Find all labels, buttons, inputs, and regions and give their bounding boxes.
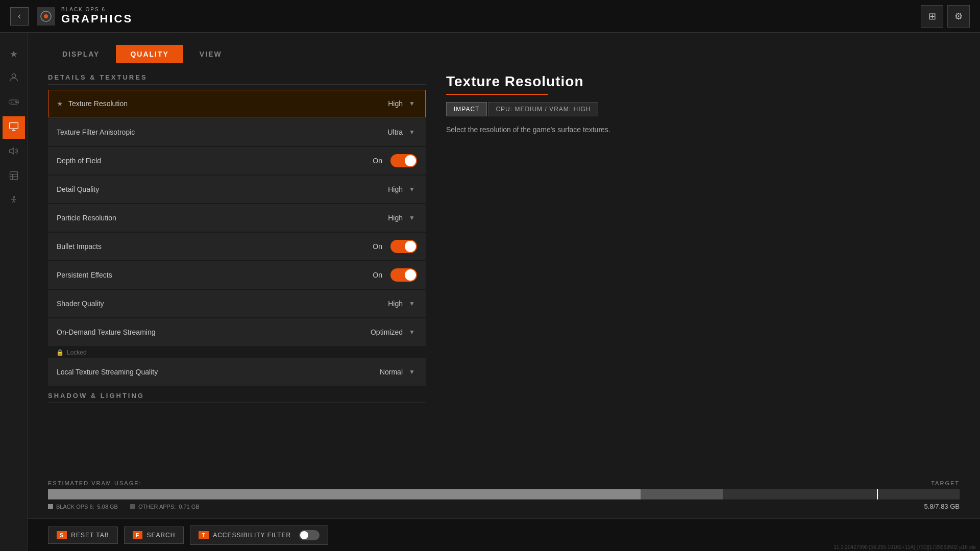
bullet-impacts-toggle[interactable] xyxy=(390,240,417,253)
setting-row-bullet-impacts[interactable]: Bullet Impacts On xyxy=(48,233,426,260)
section-shadow-lighting: SHADOW & LIGHTING xyxy=(48,392,426,403)
local-streaming-current: Normal xyxy=(380,368,403,376)
info-tabs: IMPACT CPU: MEDIUM / VRAM: HIGH xyxy=(446,102,960,116)
svg-point-16 xyxy=(13,196,14,197)
shader-quality-label: Shader Quality xyxy=(57,299,284,308)
setting-row-texture-filter[interactable]: Texture Filter Anisotropic Ultra ▼ xyxy=(48,118,426,146)
vram-label-row: ESTIMATED VRAM USAGE: TARGET xyxy=(48,480,960,486)
setting-row-texture-resolution[interactable]: ★ Texture Resolution High ▼ xyxy=(48,90,426,117)
settings-panel: DETAILS & TEXTURES ★ Texture Resolution … xyxy=(48,73,426,551)
vram-section: ESTIMATED VRAM USAGE: TARGET BLACK OPS 6… xyxy=(28,480,980,510)
detail-quality-current: High xyxy=(388,185,403,193)
svg-rect-12 xyxy=(10,171,17,179)
vram-target-line xyxy=(877,489,878,499)
chevron-down-icon: ▼ xyxy=(407,98,417,109)
sidebar-item-accessibility[interactable] xyxy=(3,190,25,212)
accessibility-filter-toggle[interactable]: T ACCESSIBILITY FILTER xyxy=(190,525,328,545)
info-tab-impact[interactable]: IMPACT xyxy=(446,102,487,116)
search-label: SEARCH xyxy=(146,532,175,539)
tab-display[interactable]: DISPLAY xyxy=(48,45,114,63)
vram-dot-bo6 xyxy=(48,504,53,509)
on-demand-streaming-current: Optimized xyxy=(371,328,403,336)
vram-legend-other: OTHER APPS: 0.71 GB xyxy=(130,504,200,510)
particle-resolution-current: High xyxy=(388,214,403,222)
tab-quality[interactable]: QUALITY xyxy=(116,45,183,63)
accessibility-toggle-switch[interactable] xyxy=(299,530,320,540)
main-content: DISPLAY QUALITY VIEW DETAILS & TEXTURES … xyxy=(28,33,980,551)
search-button[interactable]: F SEARCH xyxy=(124,527,184,544)
texture-resolution-label: ★ Texture Resolution xyxy=(57,99,284,108)
grid-icon-button[interactable]: ⊞ xyxy=(921,5,943,28)
on-demand-streaming-value[interactable]: Optimized ▼ xyxy=(284,327,417,337)
depth-of-field-value[interactable]: On xyxy=(284,154,417,167)
logo-icon xyxy=(37,7,55,26)
info-description: Select the resolution of the game's surf… xyxy=(446,124,691,135)
tabs-bar: DISPLAY QUALITY VIEW xyxy=(28,33,980,63)
tab-view[interactable]: VIEW xyxy=(185,45,236,63)
vram-bo6-value: 5.08 GB xyxy=(97,504,118,510)
logo: BLACK OPS 6 GRAPHICS xyxy=(37,7,133,26)
texture-filter-current: Ultra xyxy=(387,128,403,136)
graphics-icon xyxy=(9,121,19,134)
vram-estimated-label: ESTIMATED VRAM USAGE: xyxy=(48,480,142,486)
setting-row-local-streaming[interactable]: Local Texture Streaming Quality Normal ▼ xyxy=(48,358,426,386)
persistent-effects-toggle-label: On xyxy=(373,271,382,279)
sidebar-item-interface[interactable] xyxy=(3,165,25,188)
vram-legend-bo6: BLACK OPS 6: 5.08 GB xyxy=(48,504,118,510)
vram-dot-other xyxy=(130,504,135,509)
setting-row-particle-resolution[interactable]: Particle Resolution High ▼ xyxy=(48,204,426,232)
particle-resolution-value[interactable]: High ▼ xyxy=(284,213,417,223)
reset-tab-button[interactable]: S RESET TAB xyxy=(48,527,118,544)
logo-main: GRAPHICS xyxy=(61,12,133,26)
chevron-down-icon: ▼ xyxy=(407,184,417,194)
shader-quality-value[interactable]: High ▼ xyxy=(284,298,417,309)
setting-row-detail-quality[interactable]: Detail Quality High ▼ xyxy=(48,176,426,203)
detail-quality-value[interactable]: High ▼ xyxy=(284,184,417,194)
toggle-knob xyxy=(300,531,308,539)
logo-text: BLACK OPS 6 GRAPHICS xyxy=(61,7,133,26)
gear-icon: ⚙ xyxy=(954,11,963,22)
texture-resolution-current: High xyxy=(388,99,403,108)
lock-indicator-row: 🔒 Locked xyxy=(48,347,426,358)
search-key: F xyxy=(133,531,143,539)
top-bar: ‹ BLACK OPS 6 GRAPHICS ⊞ ⚙ xyxy=(0,0,980,33)
grid-icon: ⊞ xyxy=(928,11,936,22)
svg-marker-11 xyxy=(9,148,13,154)
reset-label: RESET TAB xyxy=(71,532,109,539)
persistent-effects-toggle[interactable] xyxy=(390,268,417,282)
depth-of-field-label: Depth of Field xyxy=(57,157,284,165)
detail-quality-label: Detail Quality xyxy=(57,185,284,193)
sidebar-item-operator[interactable] xyxy=(3,67,25,90)
back-button[interactable]: ‹ xyxy=(10,7,29,26)
sidebar-item-favorites[interactable]: ★ xyxy=(3,43,25,65)
persistent-effects-label: Persistent Effects xyxy=(57,271,284,279)
lock-icon: 🔒 xyxy=(56,349,64,356)
persistent-effects-value[interactable]: On xyxy=(284,268,417,282)
setting-row-depth-of-field[interactable]: Depth of Field On xyxy=(48,147,426,174)
operator-icon xyxy=(8,72,19,86)
star-icon: ★ xyxy=(10,48,18,60)
info-title: Texture Resolution xyxy=(446,73,960,90)
setting-row-on-demand-streaming[interactable]: On-Demand Texture Streaming Optimized ▼ xyxy=(48,318,426,346)
info-tab-cpu-vram[interactable]: CPU: MEDIUM / VRAM: HIGH xyxy=(488,102,598,116)
section-details-textures: DETAILS & TEXTURES xyxy=(48,73,426,85)
depth-of-field-toggle[interactable] xyxy=(390,154,417,167)
info-panel: Texture Resolution IMPACT CPU: MEDIUM / … xyxy=(446,73,960,551)
setting-row-persistent-effects[interactable]: Persistent Effects On xyxy=(48,261,426,289)
sidebar-item-audio[interactable] xyxy=(3,141,25,163)
sidebar-item-controller[interactable] xyxy=(3,92,25,114)
vram-bar-container xyxy=(48,489,960,499)
setting-row-shader-quality[interactable]: Shader Quality High ▼ xyxy=(48,290,426,317)
bullet-impacts-value[interactable]: On xyxy=(284,240,417,253)
reset-key: S xyxy=(57,531,67,539)
sidebar-item-graphics[interactable] xyxy=(3,116,25,139)
chevron-down-icon: ▼ xyxy=(407,327,417,337)
settings-icon-button[interactable]: ⚙ xyxy=(947,5,970,28)
audio-icon xyxy=(9,146,19,159)
local-streaming-value[interactable]: Normal ▼ xyxy=(284,367,417,377)
texture-resolution-value[interactable]: High ▼ xyxy=(284,98,417,109)
vram-bo6-label: BLACK OPS 6: xyxy=(56,504,94,510)
svg-point-7 xyxy=(16,102,17,103)
interface-icon xyxy=(9,170,19,183)
texture-filter-value[interactable]: Ultra ▼ xyxy=(284,127,417,137)
